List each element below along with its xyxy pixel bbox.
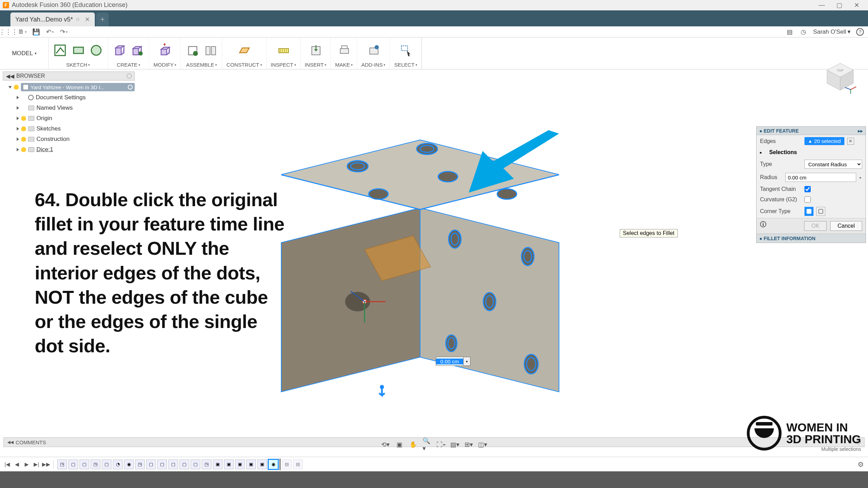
ribbon-label-construct[interactable]: CONSTRUCT▾ (226, 61, 262, 69)
measure-icon[interactable] (276, 43, 291, 58)
timeline-feature[interactable]: ▤ (282, 460, 292, 469)
app-grid-icon[interactable]: ⋮⋮⋮ (4, 28, 12, 36)
timeline-feature[interactable]: ▢ (68, 460, 78, 469)
timeline-play-button[interactable]: ▶ (23, 461, 31, 468)
ribbon-label-select[interactable]: SELECT▾ (394, 61, 417, 69)
radius-input[interactable] (785, 173, 856, 182)
timeline-forward-button[interactable]: ▶| (33, 461, 40, 468)
selections-row[interactable]: ▸ Selections (757, 147, 866, 158)
timeline-feature[interactable]: ▣ (246, 460, 256, 469)
viewport-layout-icon[interactable]: ◫▾ (478, 440, 487, 449)
component-icon[interactable] (185, 43, 200, 58)
ribbon-label-sketch[interactable]: SKETCH▾ (66, 61, 90, 69)
tab-close-icon[interactable]: ✕ (85, 16, 90, 23)
workspace-switcher[interactable]: MODEL ▾ (0, 37, 49, 69)
visibility-bulb-icon[interactable] (21, 116, 26, 121)
ribbon-label-create[interactable]: CREATE▾ (117, 61, 140, 69)
timeline-feature[interactable]: ◉ (268, 460, 278, 469)
tree-root-row[interactable]: Yard Yahtzee - Women in 3D I... (3, 82, 135, 92)
extensions-icon[interactable]: ▤ (785, 28, 794, 36)
sketch-line-icon[interactable] (53, 43, 67, 58)
joint-icon[interactable] (203, 43, 218, 58)
plane-icon[interactable] (237, 43, 251, 58)
ribbon-label-assemble[interactable]: ASSEMBLE▾ (186, 61, 217, 69)
job-status-icon[interactable]: ◷ (799, 28, 808, 36)
ribbon-label-addins[interactable]: ADD-INS▾ (361, 61, 386, 69)
new-tab-button[interactable]: + (96, 12, 109, 26)
timeline-end-button[interactable]: ▶▶ (42, 461, 50, 468)
expand-icon[interactable] (17, 137, 19, 141)
look-at-icon[interactable]: ▣ (395, 440, 404, 449)
expand-icon[interactable] (17, 127, 19, 131)
timeline-feature[interactable]: ▢ (80, 460, 89, 469)
expand-icon[interactable] (17, 106, 19, 110)
timeline-feature[interactable]: ▢ (157, 460, 167, 469)
grid-settings-icon[interactable]: ⊞▾ (464, 440, 473, 449)
visibility-bulb-icon[interactable] (21, 126, 26, 131)
maximize-button[interactable]: ▢ (831, 0, 848, 10)
timeline-feature[interactable]: ▢ (191, 460, 200, 469)
radio-icon[interactable] (128, 85, 133, 90)
pan-icon[interactable]: ✋ (409, 440, 418, 449)
expand-icon[interactable] (17, 148, 19, 151)
user-menu[interactable]: Sarah O'Sell▾ (813, 28, 851, 35)
info-icon[interactable]: i (760, 221, 766, 227)
addins-icon[interactable] (366, 43, 381, 58)
close-window-button[interactable]: ✕ (848, 0, 865, 10)
fit-icon[interactable]: ⛶▾ (436, 440, 445, 449)
dimension-dropdown[interactable]: ▾ (464, 357, 470, 366)
redo-icon[interactable]: ↷▾ (60, 28, 68, 36)
document-tab[interactable]: Yard Yah...Demo v5* ✕ (10, 12, 95, 26)
box-icon[interactable] (112, 43, 127, 58)
timeline-feature[interactable]: ◳ (91, 460, 100, 469)
ok-button[interactable]: OK (804, 221, 827, 231)
file-menu-icon[interactable]: 🗎▾ (18, 28, 26, 36)
timeline-settings-icon[interactable]: ⚙ (857, 461, 865, 468)
presspull-icon[interactable] (158, 43, 172, 58)
visibility-bulb-icon[interactable] (14, 85, 19, 90)
timeline-feature[interactable]: ▣ (213, 460, 223, 469)
extrude-icon[interactable] (130, 43, 145, 58)
sketch-rect-icon[interactable] (71, 43, 85, 58)
ribbon-label-inspect[interactable]: INSPECT▾ (271, 61, 296, 69)
print-icon[interactable] (337, 43, 351, 58)
timeline-feature[interactable]: ▢ (146, 460, 156, 469)
select-icon[interactable] (399, 43, 413, 58)
zoom-icon[interactable]: 🔍▾ (423, 440, 432, 449)
tree-item[interactable]: Document Settings (3, 92, 135, 103)
sketch-circle-icon[interactable] (89, 43, 103, 58)
save-icon[interactable]: 💾 (32, 28, 40, 36)
visibility-bulb-icon[interactable] (21, 137, 26, 142)
clear-selection-button[interactable]: ✕ (847, 138, 854, 145)
fillet-info-header[interactable]: ●FILLET INFORMATION (757, 234, 866, 243)
timeline-feature[interactable]: ▢ (168, 460, 178, 469)
browser-header[interactable]: ◀◀ BROWSER (3, 71, 135, 81)
timeline-start-button[interactable]: |◀ (3, 461, 11, 468)
timeline-feature[interactable]: ▣ (235, 460, 245, 469)
display-settings-icon[interactable]: ▤▾ (450, 440, 459, 449)
minimize-button[interactable]: — (813, 0, 831, 10)
timeline-feature[interactable]: ◔ (113, 460, 123, 469)
tree-item[interactable]: Construction (3, 134, 135, 144)
expand-icon[interactable] (17, 117, 19, 120)
dimension-value[interactable]: 0.00 cm (436, 359, 463, 364)
help-icon[interactable]: ? (856, 28, 864, 36)
ribbon-label-insert[interactable]: INSERT▾ (305, 61, 327, 69)
timeline-feature[interactable]: ▤ (293, 460, 303, 469)
edges-selection-chip[interactable]: ▲20 selected (804, 137, 844, 145)
ribbon-label-modify[interactable]: MODIFY▾ (153, 61, 176, 69)
tree-item[interactable]: Dice:1 (3, 144, 135, 155)
timeline-back-button[interactable]: ◀ (13, 461, 21, 468)
timeline-feature[interactable]: ▣ (257, 460, 267, 469)
visibility-bulb-icon[interactable] (21, 147, 26, 152)
type-select[interactable]: Constant Radius (804, 160, 862, 169)
insert-icon[interactable] (308, 43, 323, 58)
browser-settings-icon[interactable] (127, 74, 132, 78)
tree-item[interactable]: Named Views (3, 103, 135, 113)
timeline-feature[interactable]: ◉ (124, 460, 134, 469)
edit-feature-header[interactable]: ●EDIT FEATURE ▸▸ (757, 127, 866, 135)
timeline-feature[interactable]: ◳ (57, 460, 67, 469)
expand-icon[interactable] (17, 96, 19, 99)
ribbon-label-make[interactable]: MAKE▾ (335, 61, 353, 69)
timeline-feature[interactable]: ▢ (180, 460, 189, 469)
